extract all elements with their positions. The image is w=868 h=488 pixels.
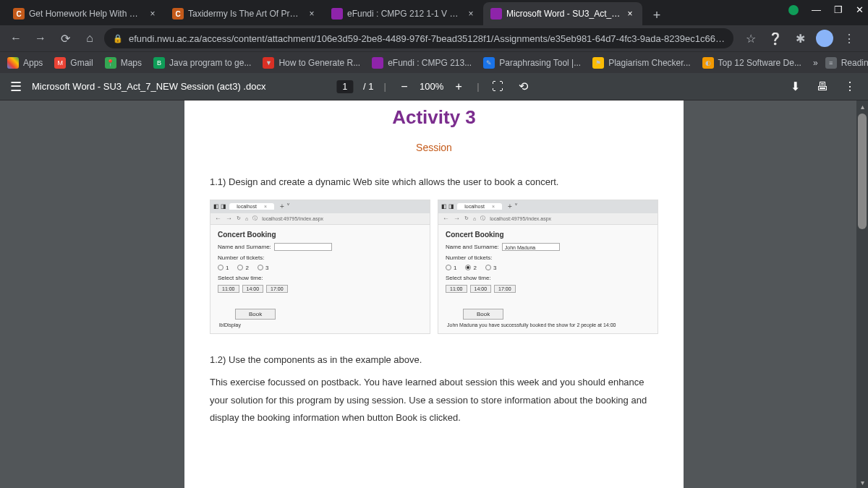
question-1-1: 1.1) Design and create a dynamic Web sit…	[210, 175, 658, 189]
address-bar[interactable]: 🔒 efundi.nwu.ac.za/access/content/attach…	[104, 28, 733, 48]
zoom-in-button[interactable]: +	[451, 79, 467, 95]
print-icon[interactable]: 🖶	[814, 79, 830, 95]
reading-list-button[interactable]: ≡Reading list	[825, 57, 868, 69]
tab-taxidermy[interactable]: CTaxidermy Is The Art Of Preservin×	[165, 2, 324, 25]
document-title: Microsoft Word - SU3_Act_7_NEW Session (…	[32, 81, 265, 92]
example-screenshots: ◧ ◨localhost+ ˅ ←→↻⌂ⓘlocalhost:49795/Ind…	[210, 200, 658, 334]
extensions-icon[interactable]: ✱	[791, 30, 809, 47]
home-button[interactable]: ⌂	[80, 28, 100, 48]
pdf-viewer-toolbar: ☰ Microsoft Word - SU3_Act_7_NEW Session…	[0, 73, 868, 100]
question-1-2: 1.2) Use the components as in the exampl…	[210, 353, 658, 367]
rotate-icon[interactable]: ⟲	[516, 79, 532, 95]
tab-efundi[interactable]: eFundi : CMPG 212 1-1 V 2021 : A×	[324, 2, 483, 25]
bookmark-efundi[interactable]: eFundi : CMPG 213...	[372, 57, 472, 69]
new-tab-button[interactable]: +	[647, 5, 667, 25]
document-page: Activity 3 Session 1.1) Design and creat…	[184, 100, 684, 488]
page-total: / 1	[363, 81, 373, 92]
back-button[interactable]: ←	[6, 28, 26, 48]
minimize-icon[interactable]: —	[812, 4, 821, 15]
apps-button[interactable]: Apps	[7, 57, 43, 69]
bookmark-gmail[interactable]: MGmail	[54, 57, 93, 69]
profile-avatar[interactable]	[816, 30, 833, 47]
bookmark-plagiarism[interactable]: ⚑Plagiarism Checker...	[592, 57, 690, 69]
zoom-out-button[interactable]: −	[396, 79, 412, 95]
reload-button[interactable]: ⟳	[55, 28, 75, 48]
close-icon[interactable]: ×	[148, 9, 158, 19]
menu-icon[interactable]: ⋮	[841, 30, 858, 47]
bookmark-paraphrase[interactable]: ✎Paraphrasing Tool |...	[483, 57, 581, 69]
bookmarks-overflow[interactable]: »	[813, 58, 818, 68]
lock-icon: 🔒	[113, 34, 123, 43]
close-icon[interactable]: ×	[466, 9, 476, 19]
star-icon[interactable]: ☆	[742, 30, 760, 47]
pdf-content-area[interactable]: Activity 3 Session 1.1) Design and creat…	[0, 100, 868, 488]
zoom-level: 100%	[420, 81, 443, 92]
bookmark-java[interactable]: BJava program to ge...	[153, 57, 251, 69]
doc-subheading: Session	[210, 142, 658, 153]
scrollbar-thumb[interactable]	[858, 114, 867, 229]
maximize-icon[interactable]: ❐	[834, 4, 843, 15]
bookmark-top12[interactable]: ◐Top 12 Software De...	[702, 57, 801, 69]
bookmarks-bar: Apps MGmail 📍Maps BJava program to ge...…	[0, 51, 868, 73]
tab-chegg[interactable]: CGet Homework Help With Chegg×	[6, 2, 165, 25]
tab-strip: CGet Homework Help With Chegg× CTaxiderm…	[0, 0, 868, 25]
paragraph-instructions: This exercise focussed on postback. You …	[210, 374, 658, 427]
page-input[interactable]: 1	[336, 80, 353, 93]
close-icon[interactable]: ×	[307, 9, 317, 19]
close-window-icon[interactable]: ✕	[856, 4, 864, 15]
mock-browser-filled: ◧ ◨localhost+ ˅ ←→↻⌂ⓘlocalhost:49795/Ind…	[438, 200, 658, 334]
extension-grammarly-icon[interactable]: ❔	[767, 30, 784, 47]
update-indicator-icon[interactable]	[788, 5, 799, 15]
bookmark-howto[interactable]: ▼How to Generate R...	[263, 57, 360, 69]
scroll-up-icon[interactable]: ▴	[856, 100, 868, 112]
menu-icon[interactable]: ☰	[10, 79, 22, 95]
doc-heading: Activity 3	[210, 100, 658, 129]
close-icon[interactable]: ×	[625, 9, 635, 19]
scroll-down-icon[interactable]: ▾	[856, 476, 868, 488]
more-icon[interactable]: ⋮	[842, 79, 858, 95]
url-text: efundi.nwu.ac.za/access/content/attachme…	[129, 33, 725, 44]
vertical-scrollbar[interactable]: ▴ ▾	[856, 100, 868, 488]
bookmark-maps[interactable]: 📍Maps	[105, 57, 142, 69]
download-icon[interactable]: ⬇	[787, 79, 803, 95]
browser-toolbar: ← → ⟳ ⌂ 🔒 efundi.nwu.ac.za/access/conten…	[0, 25, 868, 51]
forward-button[interactable]: →	[30, 28, 51, 48]
tab-word-doc[interactable]: Microsoft Word - SU3_Act_7_NEV×	[483, 2, 642, 25]
mock-browser-empty: ◧ ◨localhost+ ˅ ←→↻⌂ⓘlocalhost:49795/Ind…	[210, 200, 430, 334]
fit-page-icon[interactable]: ⛶	[490, 79, 506, 95]
